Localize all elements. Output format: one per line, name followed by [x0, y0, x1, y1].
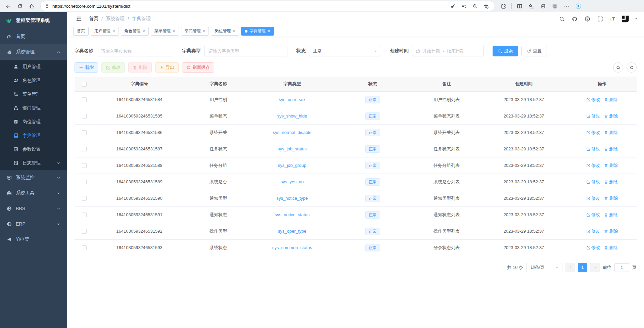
font-size-icon[interactable]: tT [609, 15, 616, 22]
tab-close-icon[interactable]: × [268, 29, 270, 33]
breadcrumb-item[interactable]: 首页 [89, 16, 98, 22]
delete-row-button[interactable]: 删除 [604, 228, 618, 234]
edit-row-button[interactable]: 修改 [586, 212, 600, 218]
more-icon[interactable] [561, 1, 572, 11]
sidebar-item-home[interactable]: 首页 [0, 29, 67, 44]
dict-type-link[interactable]: sys_job_group [278, 163, 307, 168]
dict-type-input[interactable] [204, 46, 287, 56]
dict-type-link[interactable]: sys_common_status [272, 245, 312, 250]
sidebar-toggle-icon[interactable] [73, 14, 84, 24]
edit-row-button[interactable]: 修改 [586, 130, 600, 136]
row-checkbox[interactable] [82, 213, 87, 217]
row-checkbox[interactable] [82, 130, 87, 135]
sidebar-item-dict-management[interactable]: 字典管理 [0, 129, 67, 142]
edit-row-button[interactable]: 修改 [586, 228, 600, 234]
key-icon[interactable] [448, 2, 457, 10]
sidebar-item-system-management[interactable]: 系统管理 [0, 44, 67, 60]
delete-row-button[interactable]: 删除 [604, 212, 618, 218]
prev-page-button[interactable] [565, 263, 575, 272]
row-checkbox[interactable] [82, 229, 87, 234]
user-avatar-logo[interactable] [621, 14, 630, 24]
dict-type-link[interactable]: sys_notice_status [275, 212, 309, 217]
search-icon[interactable] [558, 15, 565, 22]
row-checkbox[interactable] [82, 163, 87, 168]
status-select[interactable]: 正常 [309, 46, 381, 56]
help-icon[interactable] [584, 15, 591, 22]
date-range-picker[interactable]: 开始日期 - 结束日期 [412, 46, 484, 56]
tab-post-mgmt[interactable]: 岗位管理× [211, 27, 239, 36]
sidebar-item-role-management[interactable]: 角色管理 [0, 74, 67, 87]
github-icon[interactable] [571, 15, 578, 22]
delete-button[interactable]: 删除 [128, 62, 152, 73]
profile-avatar-icon[interactable] [549, 1, 560, 11]
sidebar-item-bbs[interactable]: BBS [0, 201, 67, 216]
edit-row-button[interactable]: 修改 [586, 179, 600, 185]
read-aloud-icon[interactable] [459, 2, 468, 10]
tab-close-icon[interactable]: × [173, 29, 175, 33]
tab-close-icon[interactable]: × [143, 29, 145, 33]
dict-type-link[interactable]: sys_normal_disable [273, 130, 312, 135]
refresh-cache-button[interactable]: 刷新缓存 [182, 62, 214, 73]
edit-button[interactable]: 修改 [101, 62, 125, 73]
sidebar-item-system-monitor[interactable]: 系统监控 [0, 170, 67, 185]
tab-menu-mgmt[interactable]: 菜单管理× [151, 27, 179, 36]
avatar-caret-icon[interactable] [635, 17, 638, 20]
tab-close-icon[interactable]: × [112, 29, 115, 33]
tab-close-icon[interactable]: × [233, 29, 235, 33]
dict-type-link[interactable]: sys_notice_type [276, 196, 308, 201]
tab-user-mgmt[interactable]: 用户管理× [91, 27, 119, 36]
row-checkbox[interactable] [82, 180, 87, 184]
fullscreen-icon[interactable] [597, 15, 603, 22]
dict-type-link[interactable]: sys_show_hide [277, 113, 307, 119]
edit-row-button[interactable]: 修改 [586, 146, 600, 152]
tab-role-mgmt[interactable]: 角色管理× [121, 27, 149, 36]
add-favorite-icon[interactable] [481, 2, 491, 10]
delete-row-button[interactable]: 删除 [604, 146, 618, 152]
search-button[interactable]: 搜索 [493, 46, 518, 56]
bing-chat-icon[interactable] [573, 1, 584, 11]
delete-row-button[interactable]: 删除 [604, 162, 618, 169]
select-all-checkbox[interactable] [82, 82, 87, 87]
refresh-icon[interactable] [14, 1, 26, 11]
favorites-icon[interactable] [526, 1, 537, 11]
page-size-select[interactable]: 10条/页 [526, 263, 562, 272]
back-icon[interactable] [3, 1, 14, 11]
edit-row-button[interactable]: 修改 [586, 113, 600, 119]
goto-page-input[interactable] [614, 263, 629, 272]
sidebar-item-system-tools[interactable]: 系统工具 [0, 185, 67, 201]
home-icon[interactable] [26, 1, 37, 11]
delete-row-button[interactable]: 删除 [604, 179, 618, 185]
dict-type-link[interactable]: sys_oper_type [278, 229, 307, 234]
breadcrumb-item[interactable]: 系统管理 [106, 16, 125, 22]
dict-name-input[interactable] [97, 46, 173, 56]
delete-row-button[interactable]: 删除 [604, 130, 618, 136]
toggle-search-button[interactable] [613, 62, 623, 73]
delete-row-button[interactable]: 删除 [604, 97, 618, 103]
split-screen-icon[interactable] [514, 1, 525, 11]
tab-home[interactable]: 首页 [73, 27, 89, 36]
sidebar-item-yi-framework[interactable]: Yi框架 [0, 232, 67, 247]
page-number-button[interactable]: 1 [578, 263, 587, 272]
reset-button[interactable]: 重置 [521, 46, 547, 56]
url-bar[interactable]: https://ccnetcore.com:1101/system/dict [41, 1, 495, 11]
tab-dict-mgmt[interactable]: 字典管理× [241, 27, 274, 36]
dict-type-link[interactable]: sys_yes_no [281, 179, 304, 184]
tab-close-icon[interactable]: × [203, 29, 205, 33]
delete-row-button[interactable]: 删除 [604, 245, 618, 251]
edit-row-button[interactable]: 修改 [586, 245, 600, 251]
edit-row-button[interactable]: 修改 [586, 162, 600, 169]
row-checkbox[interactable] [82, 245, 87, 250]
next-page-button[interactable] [590, 263, 600, 272]
dict-type-link[interactable]: sys_job_status [278, 146, 307, 151]
row-checkbox[interactable] [82, 196, 87, 201]
delete-row-button[interactable]: 删除 [604, 195, 618, 201]
edit-row-button[interactable]: 修改 [586, 97, 600, 103]
sidebar-item-param-settings[interactable]: 参数设置 [0, 142, 67, 156]
export-button[interactable]: 导出 [155, 62, 179, 73]
dict-type-link[interactable]: sys_user_sex [279, 97, 305, 102]
sidebar-item-log-management[interactable]: 日志管理 [0, 156, 67, 170]
row-checkbox[interactable] [82, 114, 87, 119]
collections-icon[interactable] [538, 1, 549, 11]
sidebar-item-user-management[interactable]: 用户管理 [0, 60, 67, 74]
sidebar-item-menu-management[interactable]: 菜单管理 [0, 87, 67, 101]
